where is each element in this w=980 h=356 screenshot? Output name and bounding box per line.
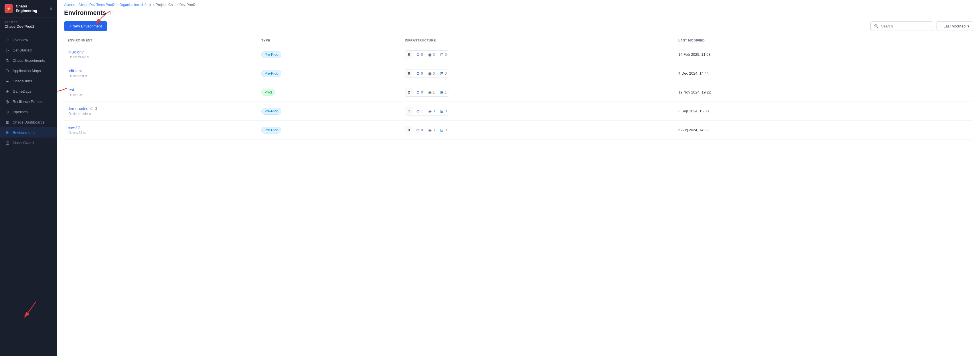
windows-count: 1 <box>445 90 447 94</box>
actions-cell: ⋮ <box>885 102 973 121</box>
sidebar-item-resilience-probes[interactable]: ◎ Resilience Probes <box>0 97 57 107</box>
infra-k8s: ⚙ 0 <box>414 70 426 78</box>
sidebar-item-label: Chaos Experiments <box>13 59 45 63</box>
sidebar-item-label: Overview <box>13 38 28 42</box>
sort-dropdown[interactable]: ↕ Last Modified ▾ <box>936 21 973 31</box>
infra-cell: 3 ⚙ 0 ◉ 3 ⊞ 0 <box>401 121 675 139</box>
sidebar: ⚡ Chaos Engineering ⠿ PROJECT Chaos-Dev-… <box>0 0 57 356</box>
windows-count: 0 <box>445 109 447 113</box>
env-id: ID: env22 ⧉ <box>68 131 255 134</box>
sidebar-item-chaoshubs[interactable]: ☁ ChaosHubs <box>0 76 57 86</box>
sidebar-item-chaos-experiments[interactable]: ⚗ Chaos Experiments <box>0 55 57 65</box>
col-environment: ENVIRONMENT <box>64 36 258 45</box>
linux-count: 0 <box>433 109 435 113</box>
gamedays-icon: ◈ <box>5 89 10 94</box>
table-header: ENVIRONMENT TYPE INFRASTRUCTURE LAST MOD… <box>64 36 973 45</box>
search-input[interactable] <box>881 24 930 28</box>
row-actions-button[interactable]: ⋮ <box>888 126 898 134</box>
table-row: env-22 ID: env22 ⧉ Pre-Prod 3 ⚙ 0 <box>64 121 973 139</box>
k8s-count: 1 <box>421 109 423 113</box>
chaos-dashboards-icon: ▦ <box>5 120 10 125</box>
sidebar-item-label: Pipelines <box>13 110 28 114</box>
type-badge: Pre-Prod <box>261 70 282 77</box>
infra-total: 3 <box>405 126 413 134</box>
sidebar-item-pipelines[interactable]: ⊞ Pipelines <box>0 107 57 117</box>
search-box[interactable]: 🔍 <box>870 21 933 31</box>
copy-icon[interactable]: ⧉ <box>87 55 89 59</box>
logo-area: ⚡ Chaos Engineering ⠿ <box>0 0 57 17</box>
new-environment-button[interactable]: + New Environment <box>64 21 107 31</box>
env-name-link[interactable]: udit-test <box>68 69 255 73</box>
pipelines-icon: ⊞ <box>5 109 10 114</box>
app-logo-icon: ⚡ <box>5 4 13 13</box>
sidebar-item-chaos-dashboards[interactable]: ▦ Chaos Dashboards <box>0 117 57 127</box>
infra-cell: 0 ⚙ 0 ◉ 0 ⊞ 0 <box>401 64 675 83</box>
env-name-link[interactable]: env-22 <box>68 125 255 130</box>
last-modified-cell: 3 Sep 2024, 15:38 <box>675 102 885 121</box>
sidebar-item-chaosguard[interactable]: ◫ ChaosGuard <box>0 138 57 148</box>
resilience-probes-icon: ◎ <box>5 99 10 104</box>
env-name-link[interactable]: linux-env <box>68 50 255 54</box>
col-actions <box>885 36 973 45</box>
sidebar-item-overview[interactable]: ⊙ Overview <box>0 35 57 45</box>
env-id: ID: udittest ⧉ <box>68 74 255 78</box>
copy-icon[interactable]: ⧉ <box>83 131 86 134</box>
row-actions-button[interactable]: ⋮ <box>888 50 898 59</box>
sidebar-item-gamedays[interactable]: ◈ GameDays <box>0 86 57 97</box>
breadcrumb-org[interactable]: Organization: default <box>119 3 151 7</box>
breadcrumb-account[interactable]: Account: Chaos Dev Team Prod2 <box>64 3 115 7</box>
project-label: PROJECT <box>5 21 34 24</box>
infra-box: 0 ⚙ 0 ◉ 0 ⊞ 0 <box>405 69 449 78</box>
breadcrumb: Account: Chaos Dev Team Prod2 › Organiza… <box>57 0 980 7</box>
last-modified-cell: 14 Feb 2025, 11:08 <box>675 45 885 64</box>
windows-icon: ⊞ <box>440 128 444 132</box>
infra-linux: ◉ 1 <box>426 89 438 97</box>
linux-count: 3 <box>433 128 435 132</box>
toolbar-right: 🔍 ↕ Last Modified ▾ <box>870 21 973 31</box>
linux-icon: ◉ <box>428 128 432 132</box>
table-row: test ID: test ⧉ Prod 2 ⚙ 0 <box>64 83 973 102</box>
actions-cell: ⋮ <box>885 121 973 139</box>
row-actions-button[interactable]: ⋮ <box>888 88 898 97</box>
env-cell: udit-test ID: udittest ⧉ <box>64 64 258 83</box>
info-icon[interactable]: ⓘ <box>108 10 113 16</box>
last-modified-cell: 19 Nov 2024, 19:22 <box>675 83 885 102</box>
sidebar-item-application-maps[interactable]: ⬡ Application Maps <box>0 65 57 76</box>
sort-chevron-icon: ▾ <box>967 24 969 28</box>
col-type: TYPE <box>258 36 401 45</box>
chaosguard-icon: ◫ <box>5 140 10 145</box>
linux-count: 1 <box>433 90 435 94</box>
linux-count: 0 <box>433 71 435 76</box>
type-cell: Pre-Prod <box>258 121 401 139</box>
sidebar-item-get-started[interactable]: ▷ Get Started <box>0 45 57 55</box>
infra-linux: ◉ 0 <box>426 107 438 115</box>
copy-icon[interactable]: ⧉ <box>80 93 82 97</box>
table-row: udit-test ID: udittest ⧉ Pre-Prod 0 ⚙ 0 <box>64 64 973 83</box>
copy-icon[interactable]: ⧉ <box>85 74 87 78</box>
infra-linux: ◉ 0 <box>426 51 438 59</box>
sidebar-item-label: GameDays <box>13 89 31 93</box>
breadcrumb-sep-1: › <box>116 3 118 7</box>
grid-icon[interactable]: ⠿ <box>49 6 52 11</box>
table-row: linux-env ID: linuxenv ⧉ Pre-Prod 0 ⚙ 0 <box>64 45 973 64</box>
row-actions-button[interactable]: ⋮ <box>888 107 898 116</box>
infra-total: 0 <box>405 70 413 77</box>
environments-table-container: ENVIRONMENT TYPE INFRASTRUCTURE LAST MOD… <box>57 36 980 356</box>
app-name: Chaos Engineering <box>16 4 46 13</box>
environments-table-body: linux-env ID: linuxenv ⧉ Pre-Prod 0 ⚙ 0 <box>64 45 973 139</box>
row-actions-button[interactable]: ⋮ <box>888 69 898 78</box>
env-name-link[interactable]: demo-coles 🏷3 <box>68 106 255 111</box>
sidebar-item-label: Application Maps <box>13 69 41 73</box>
copy-icon[interactable]: ⧉ <box>89 112 91 116</box>
environments-table: ENVIRONMENT TYPE INFRASTRUCTURE LAST MOD… <box>64 36 973 139</box>
k8s-icon: ⚙ <box>416 90 420 95</box>
sidebar-item-environments[interactable]: ⊕ Environments <box>0 127 57 138</box>
k8s-count: 0 <box>421 71 423 76</box>
actions-cell: ⋮ <box>885 45 973 64</box>
infra-k8s: ⚙ 0 <box>414 89 426 97</box>
k8s-icon: ⚙ <box>416 128 420 132</box>
toolbar: + New Environment 🔍 ↕ Last Modified ▾ <box>57 21 980 36</box>
project-selector[interactable]: PROJECT Chaos-Dev-Prod2 › <box>0 17 57 32</box>
env-name-link[interactable]: test <box>68 87 255 92</box>
windows-count: 0 <box>445 71 447 76</box>
